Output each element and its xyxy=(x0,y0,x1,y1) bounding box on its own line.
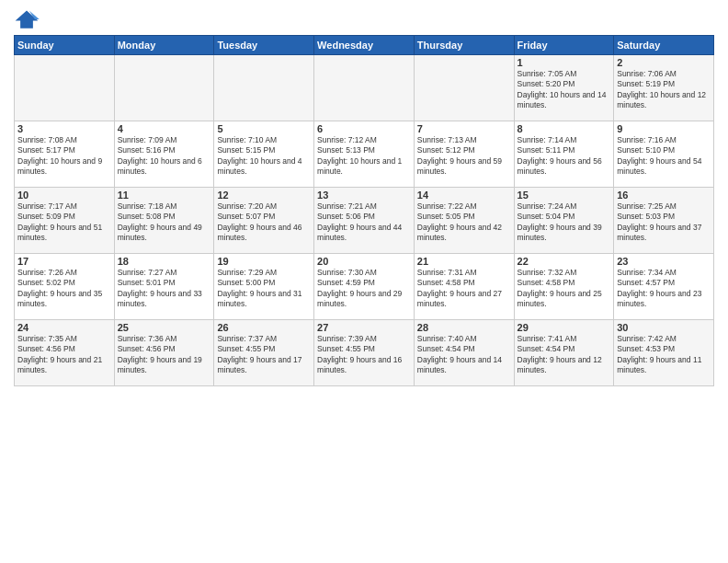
day-info: Sunrise: 7:06 AM Sunset: 5:19 PM Dayligh… xyxy=(617,69,711,111)
calendar-cell: 13Sunrise: 7:21 AM Sunset: 5:06 PM Dayli… xyxy=(314,188,415,254)
day-number: 3 xyxy=(17,123,111,134)
calendar-cell: 14Sunrise: 7:22 AM Sunset: 5:05 PM Dayli… xyxy=(414,188,514,254)
day-info: Sunrise: 7:21 AM Sunset: 5:06 PM Dayligh… xyxy=(317,201,411,244)
calendar-week-row: 3Sunrise: 7:08 AM Sunset: 5:17 PM Daylig… xyxy=(15,121,714,188)
day-info: Sunrise: 7:30 AM Sunset: 4:59 PM Dayligh… xyxy=(317,268,411,310)
day-number: 13 xyxy=(317,190,411,201)
day-number: 27 xyxy=(317,322,411,333)
day-number: 30 xyxy=(617,322,711,333)
day-info: Sunrise: 7:32 AM Sunset: 4:58 PM Dayligh… xyxy=(518,268,611,310)
day-info: Sunrise: 7:22 AM Sunset: 5:05 PM Dayligh… xyxy=(417,201,511,244)
calendar-cell: 26Sunrise: 7:37 AM Sunset: 4:55 PM Dayli… xyxy=(214,320,314,386)
day-info: Sunrise: 7:36 AM Sunset: 4:56 PM Dayligh… xyxy=(118,334,211,376)
day-number: 16 xyxy=(617,190,711,201)
weekday-header: Saturday xyxy=(614,36,714,55)
calendar-cell xyxy=(314,55,415,121)
day-number: 1 xyxy=(518,57,611,68)
calendar-cell xyxy=(414,55,514,121)
calendar-table: SundayMondayTuesdayWednesdayThursdayFrid… xyxy=(14,35,714,386)
calendar-cell: 16Sunrise: 7:25 AM Sunset: 5:03 PM Dayli… xyxy=(614,188,714,254)
calendar-cell: 20Sunrise: 7:30 AM Sunset: 4:59 PM Dayli… xyxy=(314,254,415,320)
weekday-header: Tuesday xyxy=(214,36,314,55)
calendar-cell: 17Sunrise: 7:26 AM Sunset: 5:02 PM Dayli… xyxy=(15,254,115,320)
day-info: Sunrise: 7:05 AM Sunset: 5:20 PM Dayligh… xyxy=(518,69,611,111)
calendar-cell xyxy=(114,55,214,121)
day-info: Sunrise: 7:16 AM Sunset: 5:10 PM Dayligh… xyxy=(617,135,711,178)
day-info: Sunrise: 7:12 AM Sunset: 5:13 PM Dayligh… xyxy=(317,135,411,178)
day-number: 24 xyxy=(17,322,111,333)
day-number: 26 xyxy=(217,322,311,333)
weekday-header: Wednesday xyxy=(314,36,415,55)
weekday-header: Monday xyxy=(114,36,214,55)
calendar-week-row: 24Sunrise: 7:35 AM Sunset: 4:56 PM Dayli… xyxy=(15,320,714,386)
calendar-cell: 10Sunrise: 7:17 AM Sunset: 5:09 PM Dayli… xyxy=(15,188,115,254)
svg-marker-0 xyxy=(16,10,39,28)
day-number: 20 xyxy=(317,256,411,267)
calendar-cell: 12Sunrise: 7:20 AM Sunset: 5:07 PM Dayli… xyxy=(214,188,314,254)
weekday-header: Friday xyxy=(514,36,614,55)
day-info: Sunrise: 7:42 AM Sunset: 4:53 PM Dayligh… xyxy=(617,334,711,376)
day-info: Sunrise: 7:18 AM Sunset: 5:08 PM Dayligh… xyxy=(118,201,211,244)
day-info: Sunrise: 7:29 AM Sunset: 5:00 PM Dayligh… xyxy=(217,268,311,310)
calendar-cell: 21Sunrise: 7:31 AM Sunset: 4:58 PM Dayli… xyxy=(414,254,514,320)
day-number: 10 xyxy=(17,190,111,201)
day-info: Sunrise: 7:08 AM Sunset: 5:17 PM Dayligh… xyxy=(17,135,111,178)
day-info: Sunrise: 7:26 AM Sunset: 5:02 PM Dayligh… xyxy=(17,268,111,310)
day-number: 8 xyxy=(518,123,611,134)
calendar-cell: 1Sunrise: 7:05 AM Sunset: 5:20 PM Daylig… xyxy=(514,55,614,121)
day-number: 28 xyxy=(417,322,511,333)
calendar-cell: 27Sunrise: 7:39 AM Sunset: 4:55 PM Dayli… xyxy=(314,320,415,386)
day-info: Sunrise: 7:37 AM Sunset: 4:55 PM Dayligh… xyxy=(217,334,311,376)
calendar-cell: 22Sunrise: 7:32 AM Sunset: 4:58 PM Dayli… xyxy=(514,254,614,320)
day-info: Sunrise: 7:31 AM Sunset: 4:58 PM Dayligh… xyxy=(417,268,511,310)
calendar-cell: 25Sunrise: 7:36 AM Sunset: 4:56 PM Dayli… xyxy=(114,320,214,386)
calendar-cell xyxy=(15,55,115,121)
day-number: 25 xyxy=(118,322,211,333)
calendar-cell: 29Sunrise: 7:41 AM Sunset: 4:54 PM Dayli… xyxy=(514,320,614,386)
day-info: Sunrise: 7:14 AM Sunset: 5:11 PM Dayligh… xyxy=(518,135,611,178)
day-number: 6 xyxy=(317,123,411,134)
day-number: 21 xyxy=(417,256,511,267)
calendar-week-row: 1Sunrise: 7:05 AM Sunset: 5:20 PM Daylig… xyxy=(15,55,714,121)
day-number: 4 xyxy=(118,123,211,134)
day-number: 19 xyxy=(217,256,311,267)
calendar-header-row: SundayMondayTuesdayWednesdayThursdayFrid… xyxy=(15,36,714,55)
day-info: Sunrise: 7:24 AM Sunset: 5:04 PM Dayligh… xyxy=(518,201,611,244)
calendar-cell: 30Sunrise: 7:42 AM Sunset: 4:53 PM Dayli… xyxy=(614,320,714,386)
calendar-cell: 28Sunrise: 7:40 AM Sunset: 4:54 PM Dayli… xyxy=(414,320,514,386)
calendar-cell: 23Sunrise: 7:34 AM Sunset: 4:57 PM Dayli… xyxy=(614,254,714,320)
calendar-cell xyxy=(214,55,314,121)
calendar-cell: 11Sunrise: 7:18 AM Sunset: 5:08 PM Dayli… xyxy=(114,188,214,254)
weekday-header: Thursday xyxy=(414,36,514,55)
day-number: 15 xyxy=(518,190,611,201)
day-info: Sunrise: 7:40 AM Sunset: 4:54 PM Dayligh… xyxy=(417,334,511,376)
day-number: 29 xyxy=(518,322,611,333)
calendar-week-row: 17Sunrise: 7:26 AM Sunset: 5:02 PM Dayli… xyxy=(15,254,714,320)
day-info: Sunrise: 7:25 AM Sunset: 5:03 PM Dayligh… xyxy=(617,201,711,244)
day-info: Sunrise: 7:27 AM Sunset: 5:01 PM Dayligh… xyxy=(118,268,211,310)
day-number: 11 xyxy=(118,190,211,201)
day-number: 23 xyxy=(617,256,711,267)
day-info: Sunrise: 7:39 AM Sunset: 4:55 PM Dayligh… xyxy=(317,334,411,376)
day-info: Sunrise: 7:09 AM Sunset: 5:16 PM Dayligh… xyxy=(118,135,211,178)
weekday-header: Sunday xyxy=(15,36,115,55)
calendar-cell: 4Sunrise: 7:09 AM Sunset: 5:16 PM Daylig… xyxy=(114,121,214,188)
calendar-cell: 15Sunrise: 7:24 AM Sunset: 5:04 PM Dayli… xyxy=(514,188,614,254)
day-number: 2 xyxy=(617,57,711,68)
calendar-cell: 5Sunrise: 7:10 AM Sunset: 5:15 PM Daylig… xyxy=(214,121,314,188)
calendar-cell: 18Sunrise: 7:27 AM Sunset: 5:01 PM Dayli… xyxy=(114,254,214,320)
calendar-cell: 7Sunrise: 7:13 AM Sunset: 5:12 PM Daylig… xyxy=(414,121,514,188)
logo-icon xyxy=(14,9,40,29)
day-info: Sunrise: 7:34 AM Sunset: 4:57 PM Dayligh… xyxy=(617,268,711,310)
calendar-cell: 6Sunrise: 7:12 AM Sunset: 5:13 PM Daylig… xyxy=(314,121,415,188)
calendar-week-row: 10Sunrise: 7:17 AM Sunset: 5:09 PM Dayli… xyxy=(15,188,714,254)
calendar-cell: 3Sunrise: 7:08 AM Sunset: 5:17 PM Daylig… xyxy=(15,121,115,188)
day-info: Sunrise: 7:35 AM Sunset: 4:56 PM Dayligh… xyxy=(17,334,111,376)
calendar-cell: 24Sunrise: 7:35 AM Sunset: 4:56 PM Dayli… xyxy=(15,320,115,386)
day-number: 12 xyxy=(217,190,311,201)
calendar-cell: 19Sunrise: 7:29 AM Sunset: 5:00 PM Dayli… xyxy=(214,254,314,320)
calendar-cell: 8Sunrise: 7:14 AM Sunset: 5:11 PM Daylig… xyxy=(514,121,614,188)
header xyxy=(14,9,714,29)
main-container: SundayMondayTuesdayWednesdayThursdayFrid… xyxy=(0,0,728,391)
day-info: Sunrise: 7:41 AM Sunset: 4:54 PM Dayligh… xyxy=(518,334,611,376)
